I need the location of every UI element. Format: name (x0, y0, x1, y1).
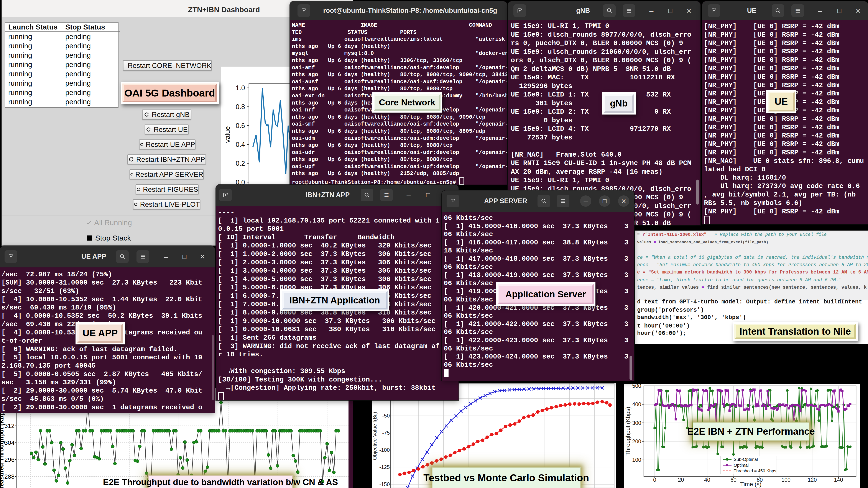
svg-text:200: 200 (632, 438, 641, 445)
svg-text:Objective Value f(Bₖ): Objective Value f(Bₖ) (372, 412, 378, 460)
svg-text:0.2: 0.2 (236, 160, 245, 167)
svg-text:500: 500 (632, 384, 641, 389)
svg-text:296: 296 (4, 456, 14, 463)
svg-text:0.8: 0.8 (236, 103, 245, 110)
svg-text:100: 100 (632, 457, 641, 463)
svg-text:Time (s): Time (s) (740, 481, 762, 488)
svg-text:288: 288 (4, 473, 14, 480)
svg-text:Throughput (Kbps): Throughput (Kbps) (625, 407, 631, 455)
svg-text:1.0: 1.0 (236, 84, 245, 92)
svg-text:-125: -125 (379, 464, 390, 470)
svg-text:value: value (223, 126, 231, 143)
svg-text:-150: -150 (379, 481, 390, 487)
svg-text:304: 304 (4, 440, 14, 446)
svg-text:300: 300 (632, 420, 641, 426)
svg-text:-75: -75 (382, 430, 390, 436)
svg-text:Sub-Optimal: Sub-Optimal (734, 457, 758, 462)
svg-text:-50: -50 (382, 413, 390, 419)
svg-text:Optimal: Optimal (734, 463, 749, 467)
svg-text:Threshold = 450 Kbps: Threshold = 450 Kbps (734, 468, 776, 473)
svg-text:0.6: 0.6 (236, 122, 245, 129)
svg-text:312: 312 (4, 423, 14, 429)
svg-text:Measured Throughput (Kbps): Measured Throughput (Kbps) (0, 406, 5, 488)
svg-text:0.4: 0.4 (236, 141, 245, 148)
svg-text:-100: -100 (379, 447, 390, 453)
svg-text:400: 400 (632, 401, 641, 407)
